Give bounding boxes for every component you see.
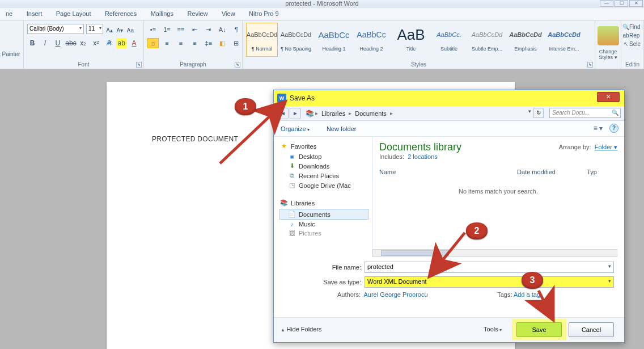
strike-icon[interactable]: abc: [65, 38, 75, 48]
tab-mailings[interactable]: Mailings: [145, 8, 179, 19]
scrollbar-thumb[interactable]: [381, 250, 449, 256]
shading-icon[interactable]: ◧: [217, 38, 228, 48]
format-painter-button[interactable]: t Painter: [0, 51, 25, 57]
subscript-icon[interactable]: x₂: [78, 38, 88, 48]
style-intense-emphasis[interactable]: AaBbCcDdIntense Em...: [545, 23, 583, 57]
italic-icon[interactable]: I: [40, 38, 50, 48]
sidebar-libraries-head[interactable]: 📚Libraries: [279, 199, 372, 207]
font-dialog-launcher-icon[interactable]: ⬊: [136, 62, 142, 68]
sidebar-documents[interactable]: 📄Documents: [279, 209, 368, 220]
highlight-icon[interactable]: ab: [116, 38, 126, 48]
style-normal[interactable]: AaBbCcDd¶ Normal: [246, 23, 278, 57]
close-button[interactable]: ✕: [629, 0, 643, 7]
col-date[interactable]: Date modified: [517, 169, 585, 175]
tab-insert[interactable]: Insert: [21, 8, 48, 19]
dialog-sidebar: ★Favorites ■Desktop ⬇Downloads ⧉Recent P…: [274, 137, 372, 257]
col-type[interactable]: Typ: [587, 169, 597, 175]
includes-link[interactable]: 2 locations: [408, 153, 438, 160]
tab-home[interactable]: ne: [0, 8, 18, 19]
show-marks-icon[interactable]: ¶: [231, 24, 242, 35]
font-name-dropdown[interactable]: Calibri (Body): [27, 24, 84, 34]
sort-icon[interactable]: A↓: [217, 24, 228, 35]
save-type-dropdown[interactable]: Word XML Document: [365, 276, 614, 288]
tools-button[interactable]: Tools: [484, 326, 502, 333]
style-title[interactable]: AaBTitle: [391, 23, 431, 57]
line-spacing-icon[interactable]: ‡≡: [203, 38, 214, 48]
downloads-icon: ⬇: [287, 162, 296, 170]
horizontal-scrollbar[interactable]: [372, 249, 617, 257]
font-size-dropdown[interactable]: 11: [86, 24, 103, 34]
find-button[interactable]: 🔍Find: [621, 23, 643, 31]
tab-review[interactable]: Review: [181, 8, 213, 19]
underline-icon[interactable]: U: [53, 38, 63, 48]
sidebar-music[interactable]: ♪Music: [279, 220, 372, 229]
tab-nitro[interactable]: Nitro Pro 9: [243, 8, 285, 19]
styles-dialog-launcher-icon[interactable]: ⬊: [587, 62, 593, 68]
sidebar-gdrive[interactable]: ◳Google Drive (Mac: [279, 180, 372, 190]
style-subtle-emphasis[interactable]: AaBbCcDdSubtle Emp...: [468, 23, 506, 57]
maximize-button[interactable]: ☐: [615, 0, 628, 7]
search-input[interactable]: Search Docu...: [549, 108, 621, 118]
column-headers[interactable]: Name Date modified Typ: [379, 169, 624, 175]
sidebar-downloads[interactable]: ⬇Downloads: [279, 161, 372, 171]
new-folder-button[interactable]: New folder: [327, 125, 357, 132]
replace-button[interactable]: abRep: [621, 31, 643, 40]
numbering-icon[interactable]: 1≡: [161, 24, 172, 35]
style-heading1[interactable]: AaBbCcHeading 1: [316, 23, 351, 57]
tab-page-layout[interactable]: Page Layout: [50, 8, 97, 19]
font-color-icon[interactable]: A: [129, 38, 139, 48]
dialog-close-button[interactable]: ✕: [597, 92, 620, 102]
crumb-libraries[interactable]: Libraries: [319, 110, 348, 117]
refresh-button[interactable]: ↻: [533, 108, 544, 118]
grow-font-icon[interactable]: A▴: [105, 27, 113, 36]
arrange-value[interactable]: Folder ▾: [595, 144, 617, 150]
align-center-icon[interactable]: ≡: [161, 38, 172, 48]
bold-icon[interactable]: B: [27, 38, 37, 48]
sidebar-pictures[interactable]: 🖼Pictures: [279, 229, 372, 238]
group-change-styles[interactable]: Change Styles ▾: [595, 20, 621, 69]
nav-back-button[interactable]: ◄: [277, 108, 289, 119]
align-right-icon[interactable]: ≡: [175, 38, 187, 48]
filename-input[interactable]: protected: [365, 262, 614, 273]
decrease-indent-icon[interactable]: ⇤: [189, 24, 200, 35]
authors-value[interactable]: Aurel George Proorocu: [363, 291, 427, 298]
hide-folders-button[interactable]: Hide Folders: [281, 326, 322, 333]
crumb-sep-icon: ▸: [389, 110, 394, 116]
cancel-button[interactable]: Cancel: [569, 322, 614, 337]
change-case-icon[interactable]: Aa: [126, 27, 134, 36]
borders-icon[interactable]: ⊞: [231, 38, 242, 48]
organize-button[interactable]: Organize: [281, 125, 310, 132]
select-button[interactable]: ↖Sele: [621, 40, 643, 48]
tab-references[interactable]: References: [99, 8, 142, 19]
save-button[interactable]: Save: [516, 322, 562, 337]
sidebar-recent[interactable]: ⧉Recent Places: [279, 171, 372, 180]
music-icon: ♪: [287, 221, 296, 228]
address-dropdown-icon[interactable]: ▾: [528, 108, 531, 114]
help-button[interactable]: ?: [609, 124, 618, 133]
align-left-icon[interactable]: ≡: [147, 38, 159, 48]
text-effects-icon[interactable]: A: [104, 38, 114, 48]
style-emphasis[interactable]: AaBbCcDdEmphasis: [508, 23, 543, 57]
superscript-icon[interactable]: x²: [91, 38, 101, 48]
tags-value[interactable]: Add a tag: [514, 291, 540, 298]
nav-forward-button[interactable]: ►: [290, 108, 301, 119]
filename-label: File name:: [274, 264, 365, 271]
multilevel-icon[interactable]: ≡≡: [175, 24, 187, 35]
crumb-documents[interactable]: Documents: [353, 110, 389, 117]
sidebar-favorites-head[interactable]: ★Favorites: [279, 142, 372, 150]
style-no-spacing[interactable]: AaBbCcDd¶ No Spacing: [280, 23, 312, 57]
style-subtitle[interactable]: AaBbCc.Subtitle: [433, 23, 465, 57]
sidebar-desktop[interactable]: ■Desktop: [279, 152, 372, 161]
dialog-titlebar[interactable]: W Save As ✕: [274, 90, 624, 106]
minimize-button[interactable]: —: [600, 0, 613, 7]
shrink-font-icon[interactable]: A▾: [116, 27, 124, 36]
paragraph-dialog-launcher-icon[interactable]: ⬊: [235, 62, 240, 68]
tab-view[interactable]: View: [216, 8, 241, 19]
increase-indent-icon[interactable]: ⇥: [203, 24, 214, 35]
justify-icon[interactable]: ≡: [189, 38, 200, 48]
save-type-row: Save as type: Word XML Document: [274, 275, 624, 289]
style-heading2[interactable]: AaBbCcHeading 2: [354, 23, 389, 57]
view-options-button[interactable]: ≡ ▾: [594, 124, 603, 132]
bullets-icon[interactable]: •≡: [147, 24, 159, 35]
col-name[interactable]: Name: [379, 169, 515, 175]
